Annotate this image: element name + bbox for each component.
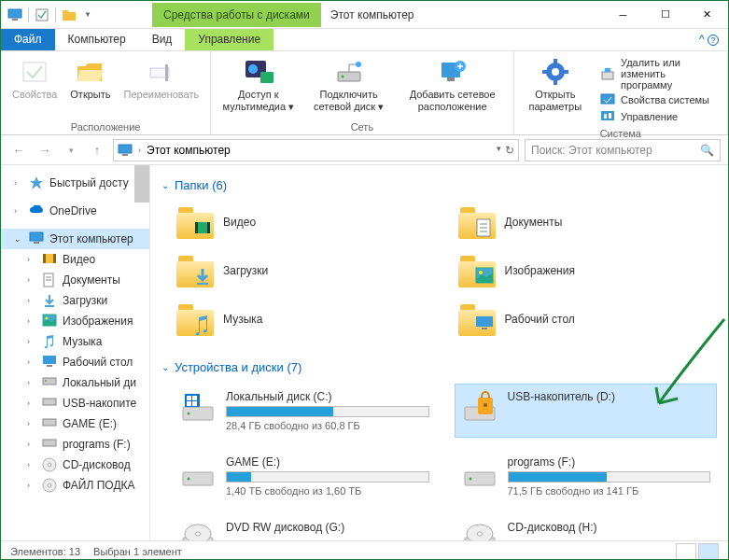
nav-desktop[interactable]: › Рабочий стол (1, 352, 149, 372)
view-details-button[interactable] (676, 543, 696, 560)
open-button[interactable]: Открыть (66, 55, 114, 103)
rename-button[interactable]: Переименовать (120, 55, 203, 103)
svg-point-76 (188, 478, 190, 481)
svg-rect-27 (604, 114, 607, 119)
folder-item[interactable]: Документы (455, 202, 718, 243)
titlebar: ▼ Средства работы с дисками Этот компьют… (1, 1, 728, 29)
gear-icon (540, 57, 570, 87)
qat-props-icon[interactable] (34, 7, 50, 23)
folder-label: Загрузки (223, 264, 268, 277)
qat-newfolder-icon[interactable] (61, 7, 77, 23)
svg-rect-47 (43, 419, 56, 426)
folder-label: Изображения (505, 264, 575, 277)
folder-item[interactable]: Рабочий стол (455, 299, 718, 340)
usb-icon (42, 396, 57, 411)
picture-icon (42, 314, 57, 329)
ribbon: Свойства Открыть Переименовать Расположе… (1, 51, 728, 135)
svg-rect-21 (542, 70, 548, 74)
tab-file[interactable]: Файл (1, 29, 55, 50)
scrollbar[interactable] (134, 165, 149, 203)
address-bar[interactable]: › Этот компьютер ▾ ↻ (113, 139, 519, 161)
drive-capacity-bar (508, 471, 711, 483)
system-props-button[interactable]: Свойства системы (600, 92, 714, 107)
tab-manage[interactable]: Управление (185, 29, 273, 50)
refresh-button[interactable]: ↻ (505, 144, 514, 157)
add-location-icon (438, 57, 468, 87)
svg-rect-69 (192, 396, 197, 400)
context-tab-header: Средства работы с дисками (152, 3, 321, 27)
add-location-button[interactable]: Добавить сетевое расположение (400, 55, 506, 115)
search-input[interactable]: Поиск: Этот компьютер 🔍 (525, 139, 721, 161)
cloud-icon (29, 203, 44, 218)
video-icon (42, 252, 57, 267)
nav-usb[interactable]: › USB-накопите (1, 393, 149, 413)
navigation-pane[interactable]: › Быстрый досту › OneDrive ⌄ Этот компью… (1, 165, 150, 540)
nav-local-disk[interactable]: › Локальный ди (1, 372, 149, 393)
separator (55, 7, 56, 22)
folder-item[interactable]: Музыка (173, 299, 436, 340)
up-button[interactable]: ↑ (87, 140, 107, 161)
drive-label: GAME (E:) (226, 455, 429, 469)
group-header-folders[interactable]: ⌄ Папки (6) (161, 173, 717, 202)
manage-button[interactable]: Управление (600, 109, 714, 124)
tab-computer[interactable]: Компьютер (55, 29, 139, 50)
nav-documents[interactable]: › Документы (1, 270, 149, 290)
open-settings-button[interactable]: Открыть параметры (522, 55, 589, 115)
qat-dropdown-icon[interactable]: ▼ (79, 7, 96, 23)
maximize-button[interactable]: ☐ (644, 1, 686, 29)
nav-videos[interactable]: › Видео (1, 249, 149, 270)
drive-item[interactable]: DVD DVD RW дисковод (G:) (173, 514, 436, 540)
svg-rect-42 (43, 356, 56, 364)
close-button[interactable]: ✕ (686, 1, 728, 29)
nav-pictures[interactable]: › Изображения (1, 311, 149, 331)
nav-programs[interactable]: › programs (F:) (1, 434, 149, 455)
nav-music[interactable]: › Музыка (1, 331, 149, 352)
back-button[interactable]: ← (8, 140, 29, 161)
svg-rect-23 (602, 72, 613, 79)
tab-view[interactable]: Вид (139, 29, 186, 50)
drive-item[interactable]: USB-накопитель (D:) (455, 384, 718, 438)
svg-point-50 (48, 463, 51, 467)
group-header-drives[interactable]: ⌄ Устройства и диски (7) (161, 355, 717, 384)
nav-this-pc[interactable]: ⌄ Этот компьютер (1, 229, 149, 249)
uninstall-button[interactable]: Удалить или изменить программу (600, 57, 714, 91)
content-pane[interactable]: ⌄ Папки (6) Видео Документы Загрузки Изо… (150, 165, 728, 540)
folder-item[interactable]: Загрузки (173, 250, 436, 291)
nav-file-podka[interactable]: › ФАЙЛ ПОДКА (1, 475, 149, 496)
svg-rect-3 (63, 12, 76, 21)
svg-rect-2 (36, 9, 48, 21)
nav-onedrive[interactable]: › OneDrive (1, 201, 149, 221)
map-drive-label: Подключить сетевой диск ▾ (308, 89, 390, 113)
drive-capacity-bar (226, 406, 429, 417)
view-tiles-button[interactable] (698, 543, 719, 560)
svg-rect-64 (482, 328, 487, 329)
ribbon-tabs: Файл Компьютер Вид Управление ^ ? (1, 29, 728, 51)
drive-item[interactable]: programs (F:) 71,5 ГБ свободно из 141 ГБ (455, 449, 718, 503)
map-drive-button[interactable]: Подключить сетевой диск ▾ (304, 55, 394, 115)
minimize-button[interactable]: ─ (602, 1, 644, 29)
nav-game[interactable]: › GAME (E:) (1, 413, 149, 434)
recent-dropdown[interactable]: ▾ (61, 140, 81, 161)
folder-icon (176, 302, 214, 336)
ribbon-collapse-button[interactable]: ^ ? (690, 29, 728, 50)
folder-item[interactable]: Изображения (455, 250, 718, 291)
drive-item[interactable]: CD-дисковод (H:) (455, 514, 718, 540)
search-icon: 🔍 (700, 144, 714, 157)
address-dropdown-icon[interactable]: ▾ (497, 144, 501, 157)
drive-item[interactable]: Локальный диск (C:) 28,4 ГБ свободно из … (173, 384, 436, 438)
properties-button[interactable]: Свойства (8, 55, 61, 103)
svg-rect-30 (122, 154, 128, 156)
svg-rect-55 (207, 222, 210, 233)
media-access-button[interactable]: Доступ к мультимедиа ▾ (218, 55, 298, 115)
nav-downloads[interactable]: › Загрузки (1, 290, 149, 311)
address-row: ← → ▾ ↑ › Этот компьютер ▾ ↻ Поиск: Этот… (1, 135, 728, 165)
nav-quick-access[interactable]: › Быстрый досту (1, 173, 149, 193)
drive-icon (461, 455, 498, 489)
nav-cd[interactable]: › CD-дисковод (1, 455, 149, 475)
folder-item[interactable]: Видео (173, 202, 436, 243)
cd-icon (42, 457, 57, 472)
separator (28, 7, 29, 22)
svg-rect-43 (47, 365, 52, 367)
forward-button[interactable]: → (35, 140, 55, 161)
drive-item[interactable]: GAME (E:) 1,40 ТБ свободно из 1,60 ТБ (173, 449, 436, 503)
